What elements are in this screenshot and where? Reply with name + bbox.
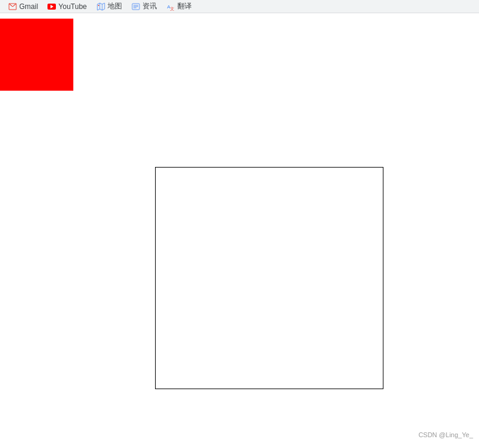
csdn-watermark: CSDN @Ling_Ye_ <box>418 431 473 438</box>
maps-icon <box>97 2 105 11</box>
main-content: CSDN @Ling_Ye_ <box>0 13 479 448</box>
csdn-watermark-text: CSDN @Ling_Ye_ <box>418 431 473 438</box>
bookmark-item-youtube[interactable]: YouTube <box>44 1 90 12</box>
red-square <box>0 19 73 91</box>
bookmark-item-translate[interactable]: A 文 翻译 <box>163 0 195 13</box>
gmail-icon <box>8 2 17 11</box>
bookmark-item-news[interactable]: 资讯 <box>128 0 160 13</box>
bookmark-item-gmail[interactable]: Gmail <box>5 1 41 12</box>
youtube-icon <box>47 2 56 11</box>
center-box <box>155 167 383 389</box>
svg-text:文: 文 <box>170 7 174 11</box>
svg-point-0 <box>98 5 99 6</box>
bookmark-item-maps[interactable]: 地图 <box>93 0 126 13</box>
translate-label: 翻译 <box>177 1 192 11</box>
news-icon <box>132 2 140 11</box>
translate-icon: A 文 <box>166 2 175 11</box>
youtube-label: YouTube <box>58 2 87 11</box>
gmail-label: Gmail <box>19 2 38 11</box>
bookmark-bar: Gmail YouTube 地图 资讯 <box>0 0 479 13</box>
maps-label: 地图 <box>108 1 122 11</box>
news-label: 资讯 <box>142 1 157 11</box>
